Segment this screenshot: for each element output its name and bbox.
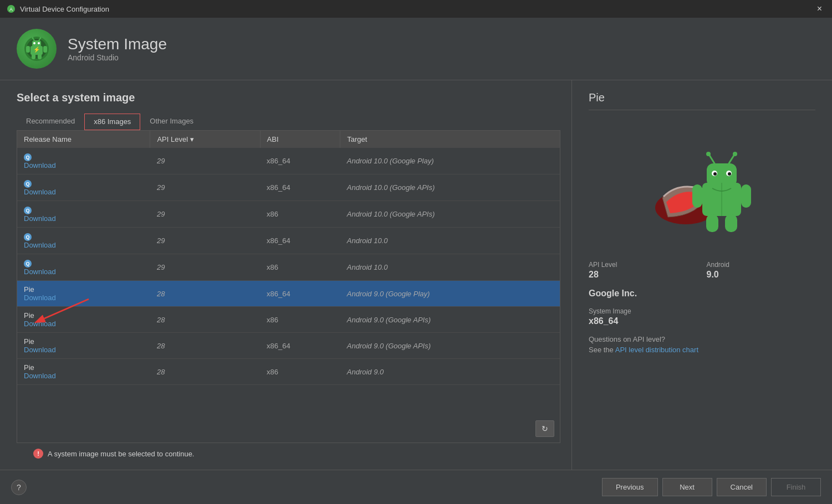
download-link[interactable]: Download: [24, 268, 144, 276]
header-text: System Image Android Studio: [68, 35, 167, 62]
help-button[interactable]: ?: [11, 480, 27, 495]
table-row[interactable]: PieDownload28x86_64Android 9.0 (Google P…: [17, 281, 560, 307]
title-bar: A Virtual Device Configuration ×: [0, 0, 832, 18]
refresh-button[interactable]: ↻: [535, 420, 554, 437]
next-button[interactable]: Next: [662, 478, 712, 496]
table-row[interactable]: PieDownload28x86_64Android 9.0 (Google A…: [17, 333, 560, 359]
cell-api: 29: [150, 228, 260, 254]
detail-api-level: API Level 28: [589, 261, 698, 280]
col-release-name: Release Name: [17, 131, 150, 148]
download-link[interactable]: Download: [24, 320, 144, 328]
previous-button[interactable]: Previous: [602, 478, 658, 496]
cell-api: 28: [150, 359, 260, 385]
svg-rect-29: [741, 184, 751, 208]
cell-target: Android 10.0 (Google APIs): [340, 201, 560, 228]
col-abi: ABI: [260, 131, 340, 148]
see-text-area: See the API level distribution chart: [589, 346, 815, 354]
cell-abi: x86: [260, 307, 340, 333]
tab-x86images[interactable]: x86 Images: [84, 114, 140, 130]
api-level-label: API Level: [589, 261, 698, 269]
cell-api: 28: [150, 307, 260, 333]
svg-point-23: [728, 172, 731, 176]
api-link[interactable]: API level distribution chart: [615, 346, 698, 354]
cell-release: PieDownload: [17, 281, 150, 307]
table-row[interactable]: QDownload29x86_64Android 10.0: [17, 228, 560, 254]
content-area: Select a system image Recommended x86 Im…: [0, 80, 832, 470]
app-icon: A: [7, 4, 16, 13]
api-level-value: 28: [589, 270, 698, 280]
cell-release: QDownload: [17, 228, 150, 254]
cell-api: 28: [150, 281, 260, 307]
q-icon: Q: [24, 180, 32, 188]
cell-target: Android 9.0 (Google Play): [340, 281, 560, 307]
cell-api: 28: [150, 333, 260, 359]
cell-target: Android 10.0 (Google Play): [340, 148, 560, 174]
cell-target: Android 10.0 (Google APIs): [340, 174, 560, 201]
detail-android: Android 9.0: [707, 261, 816, 280]
download-link[interactable]: Download: [24, 346, 144, 354]
cell-target: Android 9.0: [340, 359, 560, 385]
svg-point-6: [33, 42, 35, 44]
svg-point-27: [733, 152, 737, 156]
svg-text:A: A: [9, 7, 13, 12]
table-row[interactable]: QDownload29x86Android 10.0: [17, 254, 560, 281]
logo-svg: ⚡: [23, 35, 50, 63]
table-row[interactable]: QDownload29x86_64Android 10.0 (Google AP…: [17, 174, 560, 201]
tab-otherimages[interactable]: Other Images: [140, 113, 203, 130]
footer-buttons: Previous Next Cancel Finish: [602, 478, 821, 496]
close-button[interactable]: ×: [814, 3, 825, 15]
title-bar-left: A Virtual Device Configuration: [7, 4, 109, 13]
cell-target: Android 10.0: [340, 254, 560, 281]
cell-release: PieDownload: [17, 307, 150, 333]
main-window: A Virtual Device Configuration ×: [0, 0, 832, 504]
cell-abi: x86_64: [260, 148, 340, 174]
svg-rect-28: [692, 184, 702, 208]
app-logo: ⚡: [17, 29, 57, 69]
api-questions: Questions on API level? See the API leve…: [589, 335, 815, 354]
table-row[interactable]: PieDownload28x86Android 9.0: [17, 359, 560, 385]
android-image-area: [589, 119, 815, 252]
footer: ? Previous Next Cancel Finish: [0, 470, 832, 504]
download-link[interactable]: Download: [24, 161, 144, 169]
download-link[interactable]: Download: [24, 241, 144, 249]
left-panel: Select a system image Recommended x86 Im…: [0, 80, 571, 470]
app-title: System Image: [68, 35, 167, 53]
svg-rect-30: [706, 214, 718, 232]
cell-api: 29: [150, 148, 260, 174]
download-link[interactable]: Download: [24, 214, 144, 223]
svg-rect-13: [43, 46, 47, 53]
cell-release: QDownload: [17, 201, 150, 228]
download-link[interactable]: Download: [24, 188, 144, 196]
detail-system-image: System Image x86_64: [589, 307, 698, 326]
android-value: 9.0: [707, 270, 816, 280]
download-link[interactable]: Download: [24, 372, 144, 380]
finish-button[interactable]: Finish: [771, 478, 821, 496]
status-error-icon: !: [33, 449, 43, 459]
detail-vendor: Google Inc.: [589, 289, 815, 299]
android-label: Android: [707, 261, 816, 269]
cancel-button[interactable]: Cancel: [717, 478, 767, 496]
cell-target: Android 10.0: [340, 228, 560, 254]
q-icon: Q: [24, 153, 32, 161]
svg-rect-14: [32, 54, 35, 59]
svg-line-24: [709, 155, 714, 163]
table-row[interactable]: QDownload29x86Android 10.0 (Google APIs): [17, 201, 560, 228]
svg-point-10: [32, 37, 34, 39]
right-panel: Pie: [571, 80, 832, 470]
vendor-value: Google Inc.: [589, 289, 815, 299]
table-row[interactable]: QDownload29x86_64Android 10.0 (Google Pl…: [17, 148, 560, 174]
cell-release: QDownload: [17, 254, 150, 281]
table-row[interactable]: PieDownload28x86Android 9.0 (Google APIs…: [17, 307, 560, 333]
detail-grid: API Level 28 Android 9.0 Google Inc. Sys…: [589, 261, 815, 326]
cell-abi: x86: [260, 254, 340, 281]
tab-recommended[interactable]: Recommended: [17, 113, 84, 130]
q-icon: Q: [24, 207, 32, 214]
svg-rect-15: [38, 54, 42, 59]
cell-target: Android 9.0 (Google APIs): [340, 307, 560, 333]
col-api-level[interactable]: API Level ▾: [150, 131, 260, 148]
cell-release: PieDownload: [17, 333, 150, 359]
cell-release: QDownload: [17, 174, 150, 201]
svg-point-26: [706, 152, 711, 156]
download-link[interactable]: Download: [24, 294, 144, 302]
detail-title: Pie: [589, 91, 815, 110]
